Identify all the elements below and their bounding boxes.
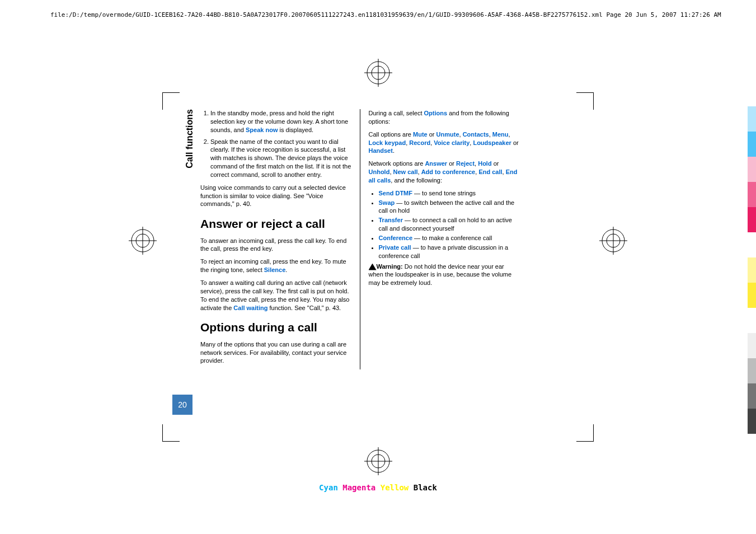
- step-1: In the standby mode, press and hold the …: [210, 109, 351, 134]
- swatch: [748, 132, 756, 157]
- file-header: file:/D:/temp/overmode/GUID-1CEEB162-7A2…: [50, 11, 721, 18]
- yellow-label: Yellow: [381, 483, 409, 492]
- heading-options: Options during a call: [200, 320, 351, 335]
- swatch: [748, 283, 756, 308]
- black-label: Black: [414, 483, 437, 492]
- reg-mark-top: [364, 59, 392, 87]
- crop-mark: [162, 424, 180, 442]
- network-options-para: Network options are Answer or Reject, Ho…: [369, 160, 520, 185]
- call-options-para: Call options are Mute or Unmute, Contact…: [369, 130, 520, 156]
- swatch: [748, 409, 756, 434]
- column-left: In the standby mode, press and hold the …: [200, 109, 351, 369]
- magenta-label: Magenta: [342, 483, 375, 492]
- list-item: Send DTMF — to send tone strings: [379, 189, 520, 198]
- content-area: In the standby mode, press and hold the …: [200, 109, 519, 369]
- reg-mark-bottom: [364, 447, 392, 475]
- swatch: [748, 257, 756, 283]
- swatch: [748, 308, 756, 333]
- list-item: Transfer — to connect a call on hold to …: [379, 216, 520, 233]
- swatch: [748, 358, 756, 383]
- color-swatches: [748, 106, 756, 434]
- page-number: 20: [172, 395, 192, 415]
- crop-mark: [576, 92, 594, 110]
- warning-icon: [369, 264, 377, 270]
- heading-answer-reject: Answer or reject a call: [200, 216, 351, 232]
- swatch: [748, 383, 756, 409]
- swatch: [748, 232, 756, 257]
- page: file:/D:/temp/overmode/GUID-1CEEB162-7A2…: [0, 0, 756, 534]
- swatch: [748, 106, 756, 132]
- answer-para: To answer an incoming call, press the ca…: [200, 237, 351, 254]
- reject-para: To reject an incoming call, press the en…: [200, 257, 351, 274]
- reg-mark-right: [599, 227, 627, 255]
- list-item: Swap — to switch between the active call…: [379, 199, 520, 216]
- color-bar: Cyan Magenta Yellow Black: [319, 483, 437, 492]
- reg-mark-left: [129, 227, 157, 255]
- options-list: Send DTMF — to send tone strings Swap — …: [369, 189, 520, 260]
- waiting-para: To answer a waiting call during an activ…: [200, 279, 351, 312]
- step-2: Speak the name of the contact you want t…: [210, 138, 351, 179]
- cyan-label: Cyan: [319, 483, 338, 492]
- crop-mark: [576, 424, 594, 442]
- crop-mark: [162, 92, 180, 110]
- swatch: [748, 333, 756, 358]
- warning-para: Warning: Do not hold the device near you…: [369, 263, 520, 288]
- swatch: [748, 182, 756, 207]
- list-item: Conference — to make a conference call: [379, 234, 520, 242]
- voice-commands-para: Using voice commands to carry out a sele…: [200, 184, 351, 209]
- side-label: Call functions: [185, 109, 195, 168]
- swatch: [748, 157, 756, 182]
- list-item: Private call — to have a private discuss…: [379, 243, 520, 260]
- swatch: [748, 207, 756, 232]
- column-right: During a call, select Options and from t…: [360, 109, 520, 369]
- options-para: During a call, select Options and from t…: [369, 109, 520, 126]
- options-intro: Many of the options that you can use dur…: [200, 340, 351, 366]
- steps-list: In the standby mode, press and hold the …: [200, 109, 351, 179]
